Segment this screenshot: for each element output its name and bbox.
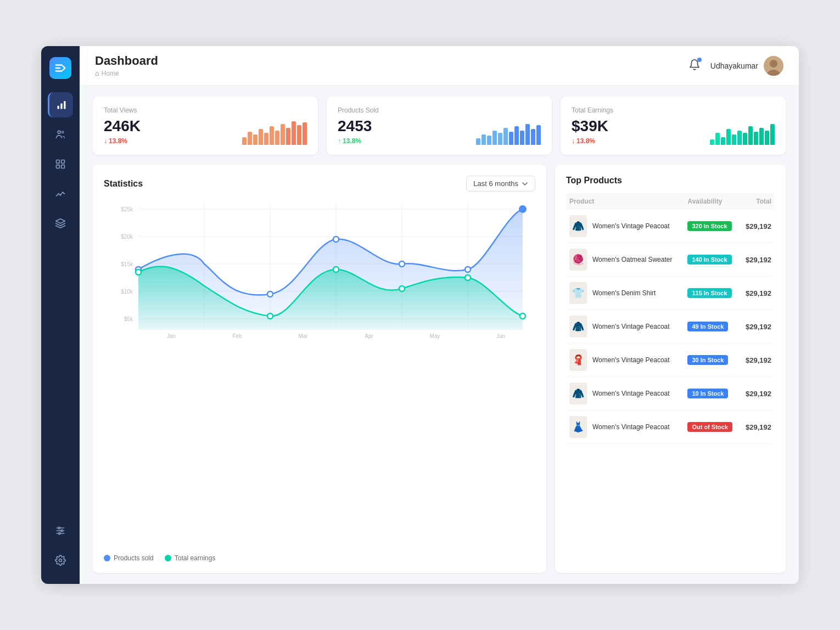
svg-text:$10k: $10k bbox=[121, 289, 133, 295]
legend-dot-blue bbox=[104, 555, 110, 561]
chart-area: $25k $20k $15k $10k $5k Jan Feb Mar Apr … bbox=[104, 198, 535, 548]
stat-card-total-earnings: Total Earnings $39K ↓ 13.8% bbox=[561, 97, 786, 155]
svg-text:May: May bbox=[430, 333, 440, 339]
breadcrumb-home: Home bbox=[102, 70, 119, 77]
table-row[interactable]: 🧶Women's Oatmeal Sweater140 In Stock$29,… bbox=[566, 243, 775, 277]
products-table-body: 🧥Women's Vintage Peacoat320 In Stock$29,… bbox=[566, 210, 775, 444]
products-table: Product Availability Total 🧥Women's Vint… bbox=[566, 193, 775, 444]
data-point bbox=[333, 267, 339, 272]
app-logo[interactable] bbox=[49, 57, 71, 79]
svg-rect-1 bbox=[60, 104, 62, 109]
mini-bar bbox=[710, 139, 714, 145]
product-cell-name: 🧶Women's Oatmeal Sweater bbox=[566, 243, 684, 277]
legend-total-earnings: Total earnings bbox=[165, 554, 216, 562]
product-cell-name: 🧣Women's Vintage Peacoat bbox=[566, 344, 684, 377]
mini-bar bbox=[264, 133, 268, 145]
mini-bar bbox=[303, 122, 307, 145]
statistics-title: Statistics bbox=[104, 179, 143, 189]
notification-button[interactable] bbox=[688, 59, 701, 72]
product-cell-total: $29,192 bbox=[740, 277, 775, 310]
time-selector-button[interactable]: Last 6 months bbox=[466, 176, 535, 192]
svg-text:Jan: Jan bbox=[167, 333, 176, 339]
mini-bar bbox=[743, 133, 747, 145]
products-table-head: Product Availability Total bbox=[566, 193, 775, 210]
sidebar bbox=[41, 46, 80, 584]
chevron-down-icon bbox=[522, 181, 528, 187]
svg-point-15 bbox=[58, 527, 60, 528]
mini-bar bbox=[514, 126, 519, 145]
data-point bbox=[465, 275, 471, 280]
statistics-card: Statistics Last 6 months bbox=[93, 165, 546, 573]
svg-text:$5k: $5k bbox=[124, 316, 133, 322]
mini-bar bbox=[770, 124, 775, 145]
sidebar-item-sliders[interactable] bbox=[48, 518, 73, 543]
mini-bar bbox=[292, 121, 296, 145]
mini-bar bbox=[721, 137, 725, 145]
product-cell-name: 🧥Women's Vintage Peacoat bbox=[566, 210, 684, 243]
products-sold-label: Products Sold bbox=[338, 106, 541, 114]
username-label: Udhayakumar bbox=[710, 61, 758, 70]
product-cell-availability: 49 In Stock bbox=[684, 310, 740, 344]
mini-bar bbox=[531, 129, 535, 145]
total-earnings-chart bbox=[710, 119, 775, 145]
product-cell-availability: 115 In Stock bbox=[684, 277, 740, 310]
table-row[interactable]: 🧥Women's Vintage Peacoat49 In Stock$29,1… bbox=[566, 310, 775, 344]
main-content: Dashboard ⌂ Home Udhayakumar bbox=[80, 46, 799, 584]
chart-bar-icon bbox=[56, 99, 67, 110]
mini-bar bbox=[487, 136, 491, 145]
mini-bar bbox=[297, 125, 301, 145]
svg-point-3 bbox=[58, 131, 60, 133]
table-row[interactable]: 👗Women's Vintage PeacoatOut of Stock$29,… bbox=[566, 410, 775, 444]
sidebar-item-layers[interactable] bbox=[48, 211, 73, 236]
stat-card-total-views: Total Views 246K ↓ 13.8% bbox=[93, 97, 318, 155]
svg-rect-6 bbox=[61, 160, 65, 164]
top-products-card: Top Products Product Availability Total … bbox=[555, 165, 786, 573]
sidebar-item-dashboard[interactable] bbox=[48, 92, 73, 117]
app-container: Dashboard ⌂ Home Udhayakumar bbox=[41, 46, 799, 584]
logo-icon bbox=[54, 62, 66, 74]
mini-bar bbox=[536, 125, 541, 145]
mini-bar bbox=[509, 132, 513, 145]
products-sold-info: 2453 ↑ 13.8% bbox=[338, 117, 372, 145]
svg-rect-7 bbox=[57, 165, 60, 168]
total-earnings-info: $39K ↓ 13.8% bbox=[572, 117, 608, 145]
table-row[interactable]: 🧥Women's Vintage Peacoat10 In Stock$29,1… bbox=[566, 377, 775, 410]
data-point bbox=[267, 291, 273, 297]
mini-bar bbox=[259, 129, 263, 145]
stat-card-products-sold: Products Sold 2453 ↑ 13.8% bbox=[327, 97, 552, 155]
sidebar-item-analytics[interactable] bbox=[48, 181, 73, 206]
product-cell-name: 🧥Women's Vintage Peacoat bbox=[566, 310, 684, 344]
users-icon bbox=[55, 129, 66, 140]
product-cell-availability: Out of Stock bbox=[684, 410, 740, 444]
mini-bar bbox=[481, 134, 486, 145]
sidebar-item-grid[interactable] bbox=[48, 151, 73, 177]
table-row[interactable]: 👕Women's Denim Shirt115 In Stock$29,192 bbox=[566, 277, 775, 310]
total-views-info: 246K ↓ 13.8% bbox=[104, 117, 141, 145]
svg-point-17 bbox=[59, 532, 60, 534]
total-views-inner: 246K ↓ 13.8% bbox=[104, 117, 307, 145]
svg-text:$20k: $20k bbox=[121, 234, 133, 240]
stats-row: Total Views 246K ↓ 13.8% bbox=[93, 97, 786, 155]
mini-bar bbox=[525, 124, 530, 145]
time-selector-label: Last 6 months bbox=[473, 179, 518, 188]
user-info: Udhayakumar bbox=[710, 56, 783, 76]
data-point bbox=[333, 237, 339, 242]
statistics-header: Statistics Last 6 months bbox=[104, 176, 535, 192]
svg-text:Feb: Feb bbox=[232, 333, 242, 339]
legend-label-products-sold: Products sold bbox=[114, 554, 154, 562]
sidebar-item-users[interactable] bbox=[48, 122, 73, 147]
svg-point-16 bbox=[61, 530, 63, 531]
mini-bar bbox=[476, 138, 480, 145]
header-right: Udhayakumar bbox=[688, 56, 783, 76]
total-earnings-label: Total Earnings bbox=[572, 106, 775, 114]
sidebar-item-settings[interactable] bbox=[48, 548, 73, 573]
table-row[interactable]: 🧣Women's Vintage Peacoat30 In Stock$29,1… bbox=[566, 344, 775, 377]
products-sold-value: 2453 bbox=[338, 117, 372, 135]
svg-rect-5 bbox=[57, 160, 60, 164]
table-row[interactable]: 🧥Women's Vintage Peacoat320 In Stock$29,… bbox=[566, 210, 775, 243]
data-point bbox=[399, 261, 405, 267]
header-left: Dashboard ⌂ Home bbox=[95, 54, 158, 77]
data-point bbox=[520, 313, 525, 319]
statistics-chart: $25k $20k $15k $10k $5k Jan Feb Mar Apr … bbox=[104, 198, 535, 352]
home-icon: ⌂ bbox=[95, 69, 99, 77]
